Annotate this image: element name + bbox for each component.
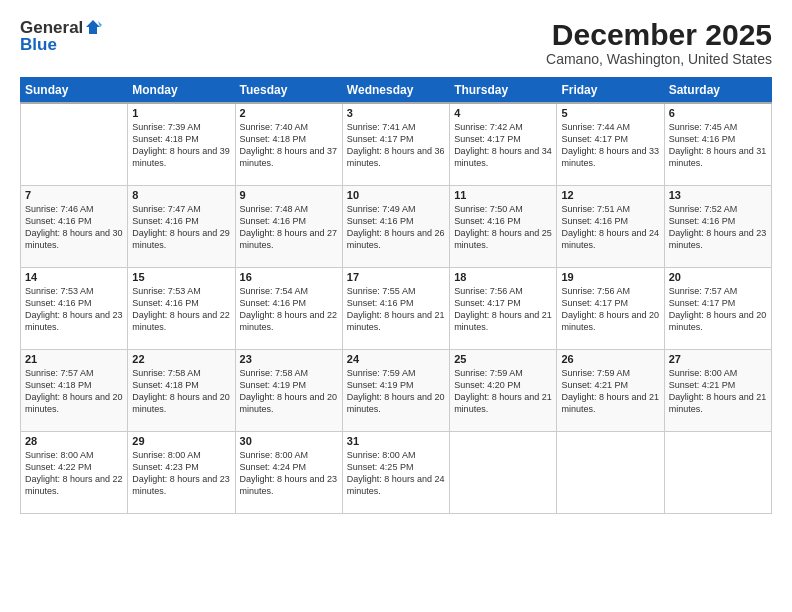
cell-info: Sunrise: 8:00 AM Sunset: 4:21 PM Dayligh… bbox=[669, 367, 767, 416]
cell-info: Sunrise: 7:56 AM Sunset: 4:17 PM Dayligh… bbox=[561, 285, 659, 334]
week-row-5: 28Sunrise: 8:00 AM Sunset: 4:22 PM Dayli… bbox=[21, 431, 772, 513]
day-number: 13 bbox=[669, 189, 767, 201]
day-number: 12 bbox=[561, 189, 659, 201]
cell-info: Sunrise: 7:44 AM Sunset: 4:17 PM Dayligh… bbox=[561, 121, 659, 170]
logo-blue-text: Blue bbox=[20, 35, 57, 55]
cell-1-6: 5Sunrise: 7:44 AM Sunset: 4:17 PM Daylig… bbox=[557, 103, 664, 185]
cell-info: Sunrise: 8:00 AM Sunset: 4:23 PM Dayligh… bbox=[132, 449, 230, 498]
cell-3-6: 19Sunrise: 7:56 AM Sunset: 4:17 PM Dayli… bbox=[557, 267, 664, 349]
cell-info: Sunrise: 7:46 AM Sunset: 4:16 PM Dayligh… bbox=[25, 203, 123, 252]
day-number: 25 bbox=[454, 353, 552, 365]
cell-info: Sunrise: 7:51 AM Sunset: 4:16 PM Dayligh… bbox=[561, 203, 659, 252]
cell-5-1: 28Sunrise: 8:00 AM Sunset: 4:22 PM Dayli… bbox=[21, 431, 128, 513]
cell-1-2: 1Sunrise: 7:39 AM Sunset: 4:18 PM Daylig… bbox=[128, 103, 235, 185]
week-row-3: 14Sunrise: 7:53 AM Sunset: 4:16 PM Dayli… bbox=[21, 267, 772, 349]
day-number: 5 bbox=[561, 107, 659, 119]
cell-info: Sunrise: 8:00 AM Sunset: 4:25 PM Dayligh… bbox=[347, 449, 445, 498]
cell-5-4: 31Sunrise: 8:00 AM Sunset: 4:25 PM Dayli… bbox=[342, 431, 449, 513]
cell-3-3: 16Sunrise: 7:54 AM Sunset: 4:16 PM Dayli… bbox=[235, 267, 342, 349]
cell-info: Sunrise: 7:52 AM Sunset: 4:16 PM Dayligh… bbox=[669, 203, 767, 252]
cell-info: Sunrise: 7:59 AM Sunset: 4:21 PM Dayligh… bbox=[561, 367, 659, 416]
cell-3-7: 20Sunrise: 7:57 AM Sunset: 4:17 PM Dayli… bbox=[664, 267, 771, 349]
day-number: 22 bbox=[132, 353, 230, 365]
cell-info: Sunrise: 7:56 AM Sunset: 4:17 PM Dayligh… bbox=[454, 285, 552, 334]
col-sunday: Sunday bbox=[21, 78, 128, 104]
col-tuesday: Tuesday bbox=[235, 78, 342, 104]
cell-info: Sunrise: 8:00 AM Sunset: 4:24 PM Dayligh… bbox=[240, 449, 338, 498]
svg-marker-0 bbox=[86, 20, 100, 34]
cell-5-3: 30Sunrise: 8:00 AM Sunset: 4:24 PM Dayli… bbox=[235, 431, 342, 513]
cell-info: Sunrise: 7:54 AM Sunset: 4:16 PM Dayligh… bbox=[240, 285, 338, 334]
cell-2-7: 13Sunrise: 7:52 AM Sunset: 4:16 PM Dayli… bbox=[664, 185, 771, 267]
day-number: 17 bbox=[347, 271, 445, 283]
day-number: 16 bbox=[240, 271, 338, 283]
day-number: 24 bbox=[347, 353, 445, 365]
cell-info: Sunrise: 7:53 AM Sunset: 4:16 PM Dayligh… bbox=[132, 285, 230, 334]
cell-info: Sunrise: 7:58 AM Sunset: 4:19 PM Dayligh… bbox=[240, 367, 338, 416]
col-monday: Monday bbox=[128, 78, 235, 104]
cell-info: Sunrise: 7:53 AM Sunset: 4:16 PM Dayligh… bbox=[25, 285, 123, 334]
day-number: 14 bbox=[25, 271, 123, 283]
cell-info: Sunrise: 7:58 AM Sunset: 4:18 PM Dayligh… bbox=[132, 367, 230, 416]
cell-5-5 bbox=[450, 431, 557, 513]
week-row-1: 1Sunrise: 7:39 AM Sunset: 4:18 PM Daylig… bbox=[21, 103, 772, 185]
cell-2-3: 9Sunrise: 7:48 AM Sunset: 4:16 PM Daylig… bbox=[235, 185, 342, 267]
cell-info: Sunrise: 7:47 AM Sunset: 4:16 PM Dayligh… bbox=[132, 203, 230, 252]
cell-2-2: 8Sunrise: 7:47 AM Sunset: 4:16 PM Daylig… bbox=[128, 185, 235, 267]
cell-4-7: 27Sunrise: 8:00 AM Sunset: 4:21 PM Dayli… bbox=[664, 349, 771, 431]
header-row: Sunday Monday Tuesday Wednesday Thursday… bbox=[21, 78, 772, 104]
cell-1-3: 2Sunrise: 7:40 AM Sunset: 4:18 PM Daylig… bbox=[235, 103, 342, 185]
col-friday: Friday bbox=[557, 78, 664, 104]
cell-4-2: 22Sunrise: 7:58 AM Sunset: 4:18 PM Dayli… bbox=[128, 349, 235, 431]
cell-3-5: 18Sunrise: 7:56 AM Sunset: 4:17 PM Dayli… bbox=[450, 267, 557, 349]
day-number: 6 bbox=[669, 107, 767, 119]
cell-1-5: 4Sunrise: 7:42 AM Sunset: 4:17 PM Daylig… bbox=[450, 103, 557, 185]
cell-info: Sunrise: 7:41 AM Sunset: 4:17 PM Dayligh… bbox=[347, 121, 445, 170]
cell-info: Sunrise: 7:40 AM Sunset: 4:18 PM Dayligh… bbox=[240, 121, 338, 170]
cell-5-6 bbox=[557, 431, 664, 513]
day-number: 11 bbox=[454, 189, 552, 201]
cell-1-1 bbox=[21, 103, 128, 185]
day-number: 8 bbox=[132, 189, 230, 201]
cell-1-7: 6Sunrise: 7:45 AM Sunset: 4:16 PM Daylig… bbox=[664, 103, 771, 185]
cell-info: Sunrise: 7:59 AM Sunset: 4:20 PM Dayligh… bbox=[454, 367, 552, 416]
cell-4-5: 25Sunrise: 7:59 AM Sunset: 4:20 PM Dayli… bbox=[450, 349, 557, 431]
day-number: 20 bbox=[669, 271, 767, 283]
week-row-4: 21Sunrise: 7:57 AM Sunset: 4:18 PM Dayli… bbox=[21, 349, 772, 431]
logo: General Blue bbox=[20, 18, 102, 55]
cell-info: Sunrise: 7:57 AM Sunset: 4:17 PM Dayligh… bbox=[669, 285, 767, 334]
cell-4-1: 21Sunrise: 7:57 AM Sunset: 4:18 PM Dayli… bbox=[21, 349, 128, 431]
day-number: 18 bbox=[454, 271, 552, 283]
cell-info: Sunrise: 7:49 AM Sunset: 4:16 PM Dayligh… bbox=[347, 203, 445, 252]
cell-info: Sunrise: 7:48 AM Sunset: 4:16 PM Dayligh… bbox=[240, 203, 338, 252]
cell-2-5: 11Sunrise: 7:50 AM Sunset: 4:16 PM Dayli… bbox=[450, 185, 557, 267]
cell-info: Sunrise: 7:39 AM Sunset: 4:18 PM Dayligh… bbox=[132, 121, 230, 170]
day-number: 1 bbox=[132, 107, 230, 119]
day-number: 7 bbox=[25, 189, 123, 201]
col-thursday: Thursday bbox=[450, 78, 557, 104]
day-number: 23 bbox=[240, 353, 338, 365]
week-row-2: 7Sunrise: 7:46 AM Sunset: 4:16 PM Daylig… bbox=[21, 185, 772, 267]
cell-info: Sunrise: 7:55 AM Sunset: 4:16 PM Dayligh… bbox=[347, 285, 445, 334]
day-number: 15 bbox=[132, 271, 230, 283]
day-number: 3 bbox=[347, 107, 445, 119]
logo-icon bbox=[84, 18, 102, 36]
day-number: 26 bbox=[561, 353, 659, 365]
day-number: 19 bbox=[561, 271, 659, 283]
cell-3-1: 14Sunrise: 7:53 AM Sunset: 4:16 PM Dayli… bbox=[21, 267, 128, 349]
cell-1-4: 3Sunrise: 7:41 AM Sunset: 4:17 PM Daylig… bbox=[342, 103, 449, 185]
cell-5-7 bbox=[664, 431, 771, 513]
col-saturday: Saturday bbox=[664, 78, 771, 104]
cell-info: Sunrise: 7:59 AM Sunset: 4:19 PM Dayligh… bbox=[347, 367, 445, 416]
cell-3-2: 15Sunrise: 7:53 AM Sunset: 4:16 PM Dayli… bbox=[128, 267, 235, 349]
calendar-page: General Blue December 2025 Camano, Washi… bbox=[0, 0, 792, 612]
cell-info: Sunrise: 7:45 AM Sunset: 4:16 PM Dayligh… bbox=[669, 121, 767, 170]
title-block: December 2025 Camano, Washington, United… bbox=[546, 18, 772, 67]
location: Camano, Washington, United States bbox=[546, 51, 772, 67]
col-wednesday: Wednesday bbox=[342, 78, 449, 104]
header: General Blue December 2025 Camano, Washi… bbox=[20, 18, 772, 67]
cell-info: Sunrise: 8:00 AM Sunset: 4:22 PM Dayligh… bbox=[25, 449, 123, 498]
day-number: 4 bbox=[454, 107, 552, 119]
day-number: 30 bbox=[240, 435, 338, 447]
cell-2-4: 10Sunrise: 7:49 AM Sunset: 4:16 PM Dayli… bbox=[342, 185, 449, 267]
